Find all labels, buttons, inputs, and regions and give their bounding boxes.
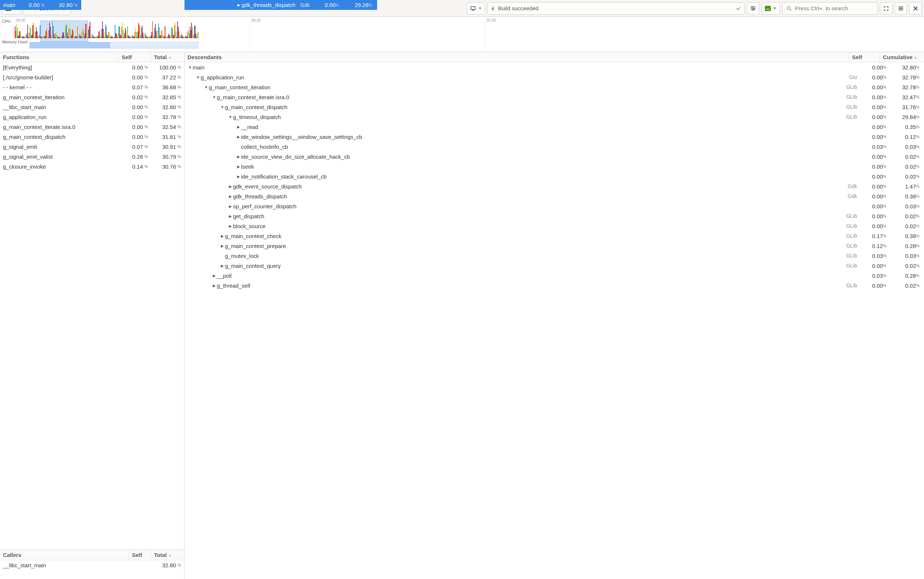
expander-icon[interactable]: ▼ xyxy=(195,75,201,79)
descendant-row[interactable]: ▶gdk_threads_dispatchGdk0.00%0.38% xyxy=(185,191,924,201)
library-label: GLib xyxy=(843,223,859,229)
expander-icon[interactable]: ▼ xyxy=(212,95,217,99)
library-label: GLib xyxy=(843,283,859,288)
function-row[interactable]: g_closure_invoke0.14%30.76% xyxy=(0,162,184,172)
expander-icon[interactable]: ▶ xyxy=(236,155,241,159)
expander-icon[interactable]: ▶ xyxy=(212,274,217,278)
timeline-selection[interactable] xyxy=(41,21,88,42)
menu-button[interactable] xyxy=(895,2,907,15)
col-total[interactable]: Total▲ xyxy=(151,52,184,62)
descendant-row[interactable]: ▶ide_window_settings__window_save_settin… xyxy=(185,132,924,142)
descendant-row[interactable]: collect_hostinfo_cb0.03%0.03% xyxy=(185,142,924,152)
device-menu-button[interactable]: ▼ xyxy=(467,2,485,15)
col-self[interactable]: Self xyxy=(129,550,151,560)
expander-icon[interactable]: ▶ xyxy=(236,135,241,139)
search-box[interactable] xyxy=(782,2,878,15)
svg-rect-6 xyxy=(751,8,755,9)
descendant-row[interactable]: ▼g_main_context_dispatchGLib0.00%31.76% xyxy=(185,102,924,112)
descendant-row[interactable]: ▼main0.00%32.80% xyxy=(185,62,924,72)
self-value: 0.00 xyxy=(119,114,144,120)
expander-icon[interactable]: ▼ xyxy=(204,85,209,89)
function-row[interactable]: g_application_run0.00%32.78% xyxy=(0,112,184,122)
col-self[interactable]: Self xyxy=(849,52,880,62)
caller-row[interactable]: __libc_start_main32.80% xyxy=(0,560,184,570)
descendant-row[interactable]: ▼g_timeout_dispatchGLib0.00%29.84% xyxy=(185,112,924,122)
descendant-row[interactable]: ▼g_main_context_iterationGLib0.00%32.78% xyxy=(185,82,924,92)
total-value: 100.00 xyxy=(151,64,177,70)
descendant-name: g_main_context_dispatch xyxy=(225,104,287,110)
expander-icon[interactable]: ▶ xyxy=(236,125,241,129)
close-button[interactable] xyxy=(909,2,922,15)
function-row[interactable]: g_main_context_iterate.isra.00.00%32.54% xyxy=(0,122,184,132)
descendant-row[interactable]: ▼g_application_runGio0.00%32.78% xyxy=(185,72,924,82)
descendant-row[interactable]: ▶lseek0.00%0.02% xyxy=(185,162,924,172)
library-label: GLib xyxy=(843,84,859,90)
self-value: 0.00 xyxy=(859,154,883,160)
expander-icon[interactable]: ▶ xyxy=(228,195,233,198)
expander-icon[interactable]: ▼ xyxy=(228,115,233,119)
expander-icon[interactable]: ▶ xyxy=(236,175,241,178)
descendant-name: g_thread_self xyxy=(217,283,250,289)
expander-icon[interactable]: ▶ xyxy=(212,284,217,288)
descendant-row[interactable]: ▶sp_perf_counter_dispatch0.00%0.03% xyxy=(185,201,924,211)
expander-icon[interactable]: ▼ xyxy=(220,105,225,109)
expander-icon[interactable]: ▶ xyxy=(220,244,225,248)
descendant-row[interactable]: ▼g_main_context_iterate.isra.0GLib0.00%3… xyxy=(185,92,924,102)
run-menu-button[interactable]: ▼ xyxy=(762,2,780,15)
self-value: 0.00 xyxy=(859,124,883,130)
expander-icon[interactable]: ▶ xyxy=(220,264,225,268)
cumulative-value: 29.84 xyxy=(890,114,916,120)
search-input[interactable] xyxy=(795,5,874,11)
library-label: Gio xyxy=(843,74,859,80)
descendant-row[interactable]: ▶gdk_event_source_dispatchGdk0.00%1.47% xyxy=(185,182,924,191)
col-descendants[interactable]: Descendants xyxy=(185,52,849,62)
descendant-row[interactable]: ▶get_dispatchGLib0.00%0.02% xyxy=(185,211,924,221)
col-callers[interactable]: Callers xyxy=(0,550,129,560)
expander-icon[interactable]: ▶ xyxy=(236,165,241,168)
expander-icon[interactable]: ▼ xyxy=(187,65,193,69)
function-row[interactable]: - - kernel - -0.07%36.68% xyxy=(0,82,184,92)
function-row[interactable]: g_main_context_iteration0.02%32.85% xyxy=(0,92,184,102)
descendant-row[interactable]: ▶ide_notification_stack_carousel_cb0.00%… xyxy=(185,172,924,182)
expander-icon[interactable]: ▶ xyxy=(228,185,233,188)
function-row[interactable]: g_signal_emit0.07%30.91% xyxy=(0,142,184,152)
self-value: 0.00 xyxy=(119,134,144,140)
col-total[interactable]: Total▲ xyxy=(151,550,184,560)
descendant-row[interactable]: ▶ide_source_view_do_size_allocate_hack_c… xyxy=(185,152,924,162)
col-self[interactable]: Self xyxy=(119,52,151,62)
cumulative-value: 0.28 xyxy=(890,273,916,279)
expander-icon[interactable]: ▶ xyxy=(220,234,225,238)
expander-icon[interactable]: ▶ xyxy=(228,204,233,208)
library-label: GLib xyxy=(843,213,859,219)
expander-icon[interactable]: ▶ xyxy=(228,214,233,218)
function-row[interactable]: [Everything]0.00%100.00% xyxy=(0,62,184,72)
function-row[interactable]: g_signal_emit_valist0.28%30.79% xyxy=(0,152,184,162)
descendant-row[interactable]: ▶__poll0.03%0.28% xyxy=(185,271,924,281)
fullscreen-button[interactable] xyxy=(880,2,892,15)
self-value: 0.00 xyxy=(859,64,883,70)
omnibar[interactable]: ▲▼ Build succeeded xyxy=(487,2,745,15)
total-value: 30.76 xyxy=(151,164,177,170)
expander-icon[interactable]: ▶ xyxy=(228,224,233,228)
function-row[interactable]: __libc_start_main0.00%32.80% xyxy=(0,102,184,112)
descendant-row[interactable]: ▶g_main_context_queryGLib0.00%0.02% xyxy=(185,261,924,271)
descendant-row[interactable]: ▶__read0.00%0.35% xyxy=(185,122,924,132)
descendant-row[interactable]: ▶g_main_context_checkGLib0.17%0.38% xyxy=(185,231,924,241)
function-row[interactable]: [./src/gnome-builder]0.00%37.22% xyxy=(0,72,184,82)
self-value: 0.00 xyxy=(859,134,883,140)
col-functions[interactable]: Functions xyxy=(0,52,119,62)
cumulative-value: 0.02 xyxy=(890,154,916,160)
function-name: g_closure_invoke xyxy=(0,164,119,170)
descendant-row[interactable]: ▶g_thread_selfGLib0.00%0.02% xyxy=(185,281,924,291)
descendant-row[interactable]: g_mutex_lockGLib0.03%0.03% xyxy=(185,251,924,261)
build-config-button[interactable] xyxy=(747,2,759,15)
descendants-rows: ▼main0.00%32.80%▼g_application_runGio0.0… xyxy=(185,62,924,579)
timeline[interactable]: CPU Memory Used 00:0000:3001:00 xyxy=(0,17,924,52)
descendant-row[interactable]: ▶block_sourceGLib0.00%0.02% xyxy=(185,221,924,231)
function-row[interactable]: g_main_context_dispatch0.00%31.81% xyxy=(0,132,184,142)
svg-rect-9 xyxy=(754,8,755,9)
descendant-row[interactable]: ▶g_main_context_prepareGLib0.12%0.28% xyxy=(185,241,924,251)
col-cumulative[interactable]: Cumulative▲ xyxy=(880,52,924,62)
total-value: 31.81 xyxy=(151,134,177,140)
descendant-name: g_timeout_dispatch xyxy=(233,114,281,120)
